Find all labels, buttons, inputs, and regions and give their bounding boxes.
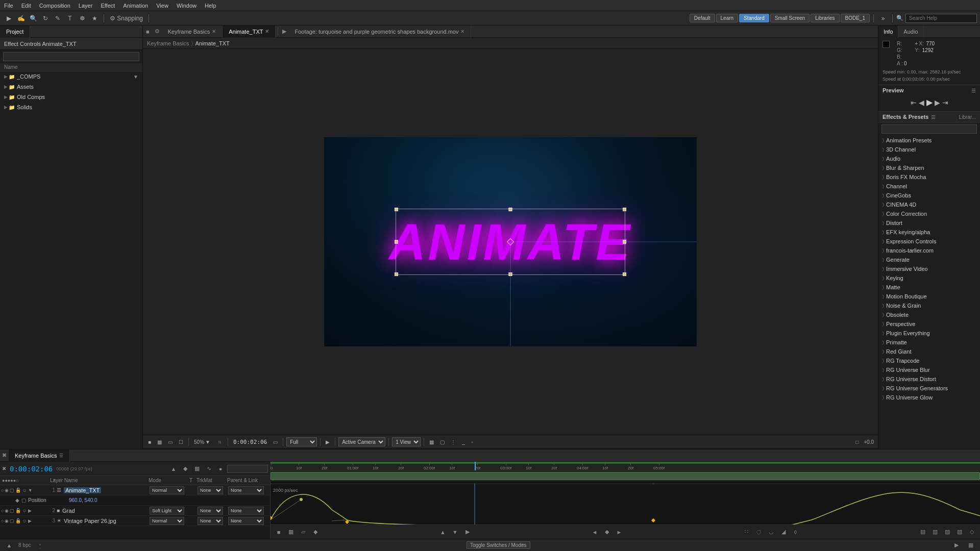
ease-btn-3[interactable]: ◡ — [766, 528, 776, 537]
view-select[interactable]: 1 View — [392, 437, 421, 446]
project-search-input[interactable] — [3, 52, 139, 61]
graph-option-1[interactable]: ▤ — [918, 528, 928, 537]
audio-icon[interactable]: ◉ — [5, 518, 9, 523]
expand-workspace[interactable]: » — [877, 13, 889, 23]
status-add-item[interactable]: ▲ — [4, 541, 14, 550]
effect-color-correction[interactable]: 〉 Color Correction — [878, 209, 980, 218]
tab-footage[interactable]: Footage: turquoise and purple geometric … — [288, 26, 471, 38]
effect-channel[interactable]: 〉 Channel — [878, 182, 980, 191]
tab-audio[interactable]: Audio — [898, 26, 923, 38]
graph-option-5[interactable]: ◇ — [967, 528, 977, 537]
graph-option-3[interactable]: ▨ — [942, 528, 952, 537]
prop-anim-icon[interactable]: ▢ — [21, 497, 26, 503]
parent-select[interactable]: None — [228, 486, 264, 494]
effect-generate[interactable]: 〉 Generate — [878, 255, 980, 264]
parent-select[interactable]: None — [228, 507, 264, 515]
layer-search-input[interactable] — [227, 465, 268, 473]
camera-select[interactable]: Active Camera — [338, 437, 385, 446]
effect-efx[interactable]: 〉 EFX keying/alpha — [878, 228, 980, 237]
selection-tool[interactable]: ▶ — [3, 13, 14, 23]
workspace-default[interactable]: Default — [690, 14, 715, 22]
effect-matte[interactable]: 〉 Matte — [878, 283, 980, 292]
breadcrumb-parent[interactable]: Keyframe Basics — [147, 40, 189, 46]
effect-primatte[interactable]: 〉 Primatte — [878, 338, 980, 347]
tab-close[interactable]: ✕ — [212, 29, 216, 34]
layer-mode[interactable]: Normal — [150, 486, 190, 494]
menu-animation[interactable]: Animation — [123, 3, 148, 9]
zoom-in-btn[interactable]: ▲ — [438, 528, 448, 537]
expand-icon[interactable]: ▶ — [28, 508, 32, 513]
visibility-icon[interactable]: ○ — [1, 508, 4, 513]
tl-collapse-icon[interactable]: ✖ — [2, 466, 6, 471]
puppet-tool[interactable]: ★ — [89, 13, 100, 23]
grid-view-btn[interactable]: ▦ — [427, 437, 436, 447]
preview-options-icon[interactable]: ☰ — [971, 88, 976, 93]
rulers-btn[interactable]: ⋮ — [449, 437, 458, 447]
expand-icon[interactable]: ▶ — [4, 94, 8, 99]
layer-trkmat[interactable]: None — [198, 517, 228, 525]
zoom-out-btn[interactable]: ▼ — [450, 528, 460, 537]
timeline-ruler-btn[interactable]: ▱ — [298, 528, 308, 537]
menu-edit[interactable]: Edit — [21, 3, 31, 9]
effect-rg-universe-blur[interactable]: 〉 RG Universe Blur — [878, 365, 980, 374]
tl-close-icon[interactable]: ✖ — [0, 452, 9, 459]
ease-btn-5[interactable]: ◊ — [791, 528, 801, 537]
menu-composition[interactable]: Composition — [39, 3, 70, 9]
trkmat-select[interactable]: None — [198, 517, 223, 525]
project-item-old-comps[interactable]: ▶ 📁 Old Comps — [0, 92, 142, 102]
property-row-position[interactable]: ◆ ▢ Position 960.0, 540.0 — [0, 495, 270, 506]
tab-keyframe-basics[interactable]: Keyframe Basics ✕ — [162, 26, 223, 38]
rotation-tool[interactable]: ↻ — [40, 13, 51, 23]
layer-row-1[interactable]: ○ ◉ ▢ 🔓 ☺ ▼ 1 ☰ Animate_TXT Normal — [0, 485, 270, 495]
visibility-icon[interactable]: ○ — [1, 518, 4, 523]
prop-keyframe-icon[interactable]: ◆ — [15, 497, 19, 503]
workspace-learn[interactable]: Learn — [716, 14, 739, 22]
solo-btn[interactable]: ● — [215, 464, 226, 473]
tab-close[interactable]: ✕ — [460, 29, 464, 34]
graph-editor-btn[interactable]: ∿ — [204, 464, 214, 473]
render-queue-btn[interactable]: ▲ — [168, 464, 179, 473]
snap-btn[interactable]: ■ — [146, 437, 153, 447]
pen-tool[interactable]: ✎ — [52, 13, 63, 23]
effect-francois[interactable]: 〉 francois-tarlier.com — [878, 246, 980, 255]
safe-margins-btn[interactable]: ▢ — [438, 437, 447, 447]
composition-viewer[interactable]: ANIMATE — [143, 49, 878, 435]
tab-close[interactable]: ✕ — [265, 29, 269, 34]
fit-all-btn[interactable]: ▶ — [462, 528, 473, 537]
project-item-comps[interactable]: ▶ 📁 _COMPS ▼ — [0, 71, 142, 82]
motion-blur-btn[interactable]: ◆ — [180, 464, 190, 473]
layer-mode[interactable]: Normal — [150, 517, 190, 525]
workspace-standard[interactable]: Standard — [739, 14, 769, 22]
solo-icon[interactable]: ▢ — [10, 508, 14, 513]
ease-btn-2[interactable]: ◌ — [754, 528, 764, 537]
effect-rg-trapcode[interactable]: 〉 RG Trapcode — [878, 356, 980, 365]
effect-obsolete[interactable]: 〉 Obsolete — [878, 310, 980, 319]
menu-effect[interactable]: Effect — [101, 3, 115, 9]
menu-window[interactable]: Window — [177, 3, 197, 9]
menu-help[interactable]: Help — [205, 3, 216, 9]
region-of-interest[interactable]: ▭ — [271, 437, 280, 447]
effect-noise[interactable]: 〉 Noise & Grain — [878, 301, 980, 310]
graph-option-2[interactable]: ▥ — [930, 528, 940, 537]
lock-icon[interactable]: 🔓 — [15, 488, 21, 493]
shy-icon[interactable]: ☺ — [22, 508, 27, 513]
grid-btn[interactable]: ▦ — [155, 437, 164, 447]
timeline-home-btn[interactable]: ■ — [274, 528, 284, 537]
workspace-small-screen[interactable]: Small Screen — [770, 14, 810, 22]
effects-search-input[interactable] — [881, 124, 977, 134]
prop-value[interactable]: 960.0, 540.0 — [69, 497, 97, 503]
color-picker-btn[interactable]: □ — [853, 437, 861, 447]
toggle-switches-modes[interactable]: Toggle Switches / Modes — [467, 541, 530, 549]
ease-btn-4[interactable]: ◢ — [778, 528, 789, 537]
effect-red-giant[interactable]: 〉 Red Giant — [878, 347, 980, 356]
workspace-libraries[interactable]: Libraries — [811, 14, 839, 22]
expand-icon[interactable]: ▶ — [4, 105, 8, 110]
status-info-btn[interactable]: ▦ — [966, 541, 976, 550]
zoom-tool[interactable]: 🔍 — [28, 13, 39, 23]
project-item-solids[interactable]: ▶ 📁 Solids — [0, 102, 142, 112]
tab-animate-txt[interactable]: Animate_TXT ✕ — [223, 26, 276, 38]
zoom-dropdown[interactable]: 50% ▼ — [192, 437, 212, 447]
mode-select[interactable]: Soft Light — [150, 507, 184, 515]
effect-rg-universe-glow[interactable]: 〉 RG Universe Glow — [878, 393, 980, 402]
layer-row-2[interactable]: ○ ◉ ▢ 🔓 ☺ ▶ 2 ■ Grad Soft Light — [0, 506, 270, 516]
